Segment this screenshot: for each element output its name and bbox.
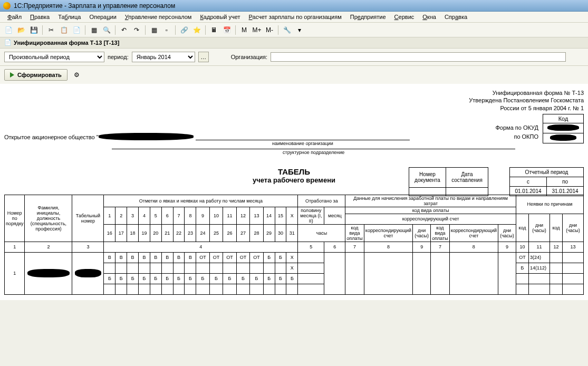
menu-help[interactable]: Справка xyxy=(441,13,470,21)
tb-new-icon[interactable]: 📄 xyxy=(3,25,14,35)
absence-code-1: ОТ xyxy=(516,252,529,263)
org-label: Организация: xyxy=(231,54,267,60)
timesheet-table: Номер по порядку Фамилия, инициалы, долж… xyxy=(4,195,584,295)
menu-hr[interactable]: Управление персоналом xyxy=(122,13,195,21)
col-abs-code2: код xyxy=(550,214,563,242)
menu-operations[interactable]: Операции xyxy=(86,13,119,21)
tb-copy-icon[interactable]: 📋 xyxy=(59,25,69,35)
app-title: 1С:Предприятие - Зарплата и управление п… xyxy=(14,2,175,9)
period-from-label: с xyxy=(510,177,547,186)
tb-calendar-icon[interactable]: 📅 xyxy=(221,25,232,35)
period-label: период: xyxy=(108,54,129,60)
tb-m[interactable]: M xyxy=(239,25,249,35)
title-bar: 1С:Предприятие - Зарплата и управление п… xyxy=(0,0,588,12)
okpo-value-redacted xyxy=(550,134,576,141)
col-abs-code1: код xyxy=(516,214,529,242)
col-marks: Отметки о явках и неявках на работу по ч… xyxy=(104,195,298,207)
period-type-select[interactable]: Произвольный период xyxy=(4,52,104,62)
tb-open-icon[interactable]: 📂 xyxy=(16,25,26,35)
tb-paste-icon[interactable]: 📄 xyxy=(71,25,82,35)
subdivision-row: структурное подразделение xyxy=(110,149,515,149)
document-tab-title: Унифицированная форма Т-13 [Т-13] xyxy=(14,40,119,46)
employee-name-redacted xyxy=(27,269,70,277)
col-half-month: половину месяца (I, II) xyxy=(298,207,324,224)
menu-table[interactable]: Таблица xyxy=(55,13,84,21)
okud-label: Форма по ОКУД xyxy=(496,123,539,133)
menu-file[interactable]: Файл xyxy=(4,13,25,21)
tb-mminus[interactable]: M- xyxy=(264,25,275,35)
tb-cell-icon[interactable]: ▫ xyxy=(161,25,172,35)
meta-num-header: Номер документа xyxy=(409,167,446,187)
tb-cut-icon[interactable]: ✂ xyxy=(46,25,56,35)
org-name-row: Открытое акционерное общество " наименов… xyxy=(4,133,410,140)
tb-undo-icon[interactable]: ↶ xyxy=(119,25,129,35)
org-name-redacted xyxy=(99,133,194,140)
filter-row: Произвольный период период: Январь 2014 … xyxy=(0,49,588,66)
col-account: корреспондирующий счет xyxy=(345,214,516,224)
kod-table: Код xyxy=(543,114,584,143)
tb-dropdown-icon[interactable]: ▾ xyxy=(294,25,305,35)
doc-title: ТАБЕЛЬ xyxy=(162,167,426,176)
col-paycode: код вида оплаты xyxy=(345,207,516,214)
action-row: Сформировать ⚙ xyxy=(0,66,588,84)
okud-value-redacted xyxy=(547,124,579,131)
menu-enterprise[interactable]: Предприятие xyxy=(347,13,389,21)
data-row-1a: 1 В В В В В В В В ОТ ОТ ОТ ОТ ОТ Б Б Х О… xyxy=(5,252,584,263)
tb-table-icon[interactable]: ▦ xyxy=(149,25,159,35)
header-line-3: России от 5 января 2004 г. № 1 xyxy=(4,104,584,112)
col-absence: Неявки по причинам xyxy=(516,195,584,214)
meta-date-header: Дата составления xyxy=(446,167,488,187)
okpo-label: по ОКПО xyxy=(496,132,539,142)
tab-num-redacted xyxy=(75,269,101,277)
document-tab-header: 📄 Унифицированная форма Т-13 [Т-13] xyxy=(0,37,588,49)
col-num: Номер по порядку xyxy=(5,195,25,242)
menu-windows[interactable]: Окна xyxy=(419,13,439,21)
period-title: Отчетный период xyxy=(510,167,584,177)
tb-mplus[interactable]: M+ xyxy=(252,25,262,35)
generate-button[interactable]: Сформировать xyxy=(4,69,68,81)
col-hours: часы xyxy=(298,224,345,242)
period-value-select[interactable]: Январь 2014 xyxy=(132,52,195,62)
tb-sheet-icon[interactable]: ▦ xyxy=(89,25,99,35)
row-num: 1 xyxy=(5,252,25,294)
doc-subtitle: учета рабочего времени xyxy=(162,176,426,184)
main-toolbar: 📄 📂 💾 ✂ 📋 📄 ▦ 🔍 ↶ ↷ ▦ ▫ 🔗 ⭐ 🖩 📅 M M+ M- … xyxy=(0,23,588,37)
col-abs-days1: дни (часы) xyxy=(529,214,550,242)
col-month: месяц xyxy=(324,207,345,224)
col-tabnum: Табельный номер xyxy=(72,195,104,242)
org-sub-2: структурное подразделение xyxy=(112,150,515,155)
period-to-value: 31.01.2014 xyxy=(547,186,584,196)
org-prefix: Открытое акционерное общество " xyxy=(4,134,99,140)
generate-button-label: Сформировать xyxy=(17,72,62,78)
document-icon: 📄 xyxy=(4,39,12,46)
tb-star-icon[interactable]: ⭐ xyxy=(191,25,202,35)
doc-meta-table: Номер документа Дата составления xyxy=(409,167,488,196)
menu-edit[interactable]: Правка xyxy=(27,13,53,21)
tb-settings-icon[interactable]: 🔧 xyxy=(282,25,292,35)
org-input[interactable] xyxy=(271,52,566,62)
header-line-1: Унифицированная форма № Т-13 xyxy=(4,89,584,97)
period-picker-button[interactable]: … xyxy=(198,52,209,62)
app-logo-icon xyxy=(3,2,11,9)
menu-service[interactable]: Сервис xyxy=(391,13,418,21)
menu-payroll[interactable]: Расчет зарплаты по организациям xyxy=(246,13,345,21)
doc-header: Унифицированная форма № Т-13 Утверждена … xyxy=(4,89,584,112)
tb-search-icon[interactable]: 🔍 xyxy=(101,25,112,35)
tb-calc-icon[interactable]: 🖩 xyxy=(209,25,219,35)
absence-val-2: 14(112) xyxy=(529,263,550,273)
col-name: Фамилия, инициалы, должность (специально… xyxy=(25,195,72,242)
tb-save-icon[interactable]: 💾 xyxy=(28,25,39,35)
report-period-table: Отчетный период с по 01.01.2014 31.01.20… xyxy=(509,167,584,196)
menu-personnel[interactable]: Кадровый учет xyxy=(197,13,243,21)
col-payroll: Данные для начисления заработной платы п… xyxy=(345,195,516,207)
tb-redo-icon[interactable]: ↷ xyxy=(131,25,142,35)
menu-bar: Файл Правка Таблица Операции Управление … xyxy=(0,12,588,23)
col-abs-days2: дни (часы) xyxy=(563,214,584,242)
period-from-value: 01.01.2014 xyxy=(510,186,547,196)
tb-link-icon[interactable]: 🔗 xyxy=(179,25,189,35)
settings-icon[interactable]: ⚙ xyxy=(72,70,82,80)
report-document: Унифицированная форма № Т-13 Утверждена … xyxy=(0,84,588,300)
kod-header: Код xyxy=(543,114,584,123)
period-to-label: по xyxy=(547,177,584,186)
absence-code-2: Б xyxy=(516,263,529,273)
